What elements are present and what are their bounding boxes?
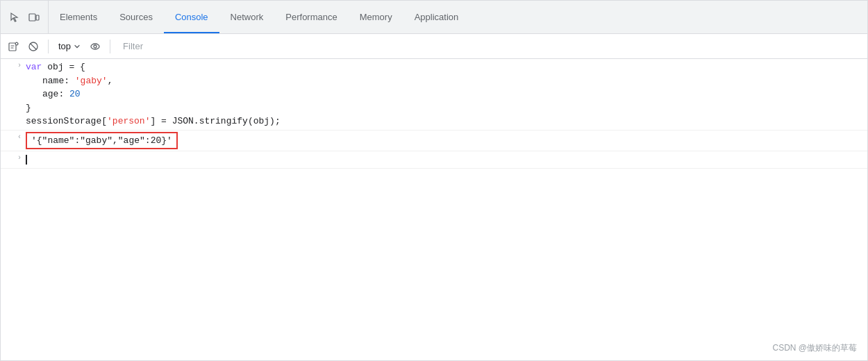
icon-group-left xyxy=(1,1,49,33)
svg-rect-2 xyxy=(9,43,16,51)
tab-console[interactable]: Console xyxy=(164,1,219,33)
tab-memory[interactable]: Memory xyxy=(349,1,403,33)
code-line-4: } xyxy=(26,101,867,115)
toolbar-divider-2 xyxy=(110,40,110,53)
console-cursor-row: › xyxy=(1,151,867,169)
context-selector[interactable]: top xyxy=(56,40,83,53)
text-cursor xyxy=(26,155,27,165)
block-icon[interactable] xyxy=(26,39,41,54)
console-input-row: › var obj = { name: 'gaby', age: 20 } se… xyxy=(1,59,867,131)
inspect-icon[interactable] xyxy=(6,9,23,26)
devtools-window: Elements Sources Console Network Perform… xyxy=(0,0,868,361)
device-toggle-icon[interactable] xyxy=(26,9,42,26)
console-result-row: ‹ '{"name":"gaby","age":20}' xyxy=(1,131,867,152)
code-line-2: name: 'gaby', xyxy=(26,74,867,88)
console-gutter-cursor: › xyxy=(1,151,26,163)
console-gutter-1: › xyxy=(1,59,26,71)
console-code-block: var obj = { name: 'gaby', age: 20 } sess… xyxy=(26,59,867,130)
svg-rect-1 xyxy=(36,15,39,20)
devtools-tabs: Elements Sources Console Network Perform… xyxy=(49,1,867,33)
tab-performance[interactable]: Performance xyxy=(274,1,348,33)
code-line-3: age: 20 xyxy=(26,87,867,101)
console-area: › var obj = { name: 'gaby', age: 20 } se… xyxy=(1,59,867,360)
result-chevron: ‹ xyxy=(17,132,22,142)
result-highlighted: '{"name":"gaby","age":20}' xyxy=(26,132,178,150)
watermark: CSDN @傲娇味的草莓 xyxy=(772,342,857,354)
svg-point-7 xyxy=(94,45,97,48)
tab-network[interactable]: Network xyxy=(219,1,275,33)
console-cursor-content[interactable] xyxy=(26,151,867,168)
toolbar-divider xyxy=(48,40,49,53)
result-string: '{"name":"gaby","age":20}' xyxy=(31,135,172,146)
tab-sources[interactable]: Sources xyxy=(108,1,164,33)
cursor-chevron: › xyxy=(17,153,22,163)
tab-application[interactable]: Application xyxy=(403,1,470,33)
input-chevron: › xyxy=(17,60,22,71)
svg-rect-0 xyxy=(29,14,35,21)
console-gutter-result: ‹ xyxy=(1,131,26,142)
code-line-5: sessionStorage['person'] = JSON.stringif… xyxy=(26,115,867,128)
keyword-var: var xyxy=(26,62,47,72)
devtools-header: Elements Sources Console Network Perform… xyxy=(1,1,867,34)
svg-point-6 xyxy=(91,44,99,49)
chevron-down-icon xyxy=(74,43,81,50)
svg-line-5 xyxy=(31,43,37,49)
console-result-content: '{"name":"gaby","age":20}' xyxy=(26,131,867,151)
clear-console-icon[interactable] xyxy=(6,39,22,54)
code-line-1: var obj = { xyxy=(26,60,867,74)
tab-elements[interactable]: Elements xyxy=(49,1,108,33)
console-toolbar: top xyxy=(1,34,867,59)
filter-input[interactable] xyxy=(117,40,326,53)
live-expressions-icon[interactable] xyxy=(87,39,103,54)
